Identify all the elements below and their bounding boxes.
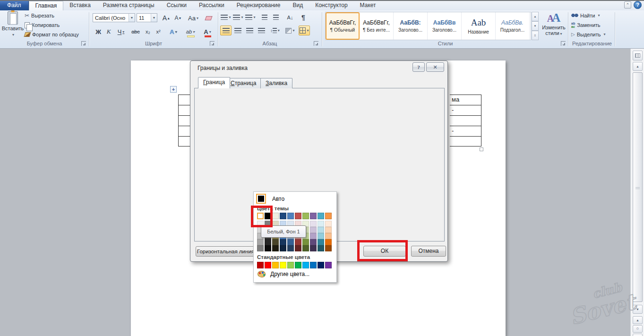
table-cell[interactable] bbox=[452, 137, 480, 147]
style-no-spacing[interactable]: АаБбВвГг,¶ Без инте... bbox=[360, 12, 394, 40]
color-swatch[interactable] bbox=[325, 245, 332, 251]
decrease-indent-button[interactable] bbox=[259, 12, 270, 22]
minimize-ribbon-button[interactable]: ⌃ bbox=[624, 1, 631, 9]
increase-indent-button[interactable] bbox=[270, 12, 282, 22]
table-cell[interactable]: - bbox=[452, 126, 480, 137]
color-swatch[interactable] bbox=[302, 262, 309, 268]
color-swatch[interactable] bbox=[257, 239, 264, 245]
style-title[interactable]: AabНазвание bbox=[462, 12, 496, 40]
style-heading1[interactable]: АаБбВ:Заголово... bbox=[394, 12, 428, 40]
document-table-left-fragment[interactable] bbox=[178, 95, 190, 146]
shading-button[interactable] bbox=[284, 26, 296, 35]
color-swatch[interactable] bbox=[302, 213, 309, 219]
justify-button[interactable] bbox=[256, 26, 267, 35]
more-colors-item[interactable]: Другие цвета... bbox=[258, 271, 309, 277]
color-swatch[interactable] bbox=[272, 239, 279, 245]
table-cell[interactable]: - bbox=[452, 105, 480, 116]
color-swatch[interactable] bbox=[318, 245, 324, 251]
font-color-button[interactable]: А bbox=[200, 26, 215, 37]
bullets-button[interactable] bbox=[220, 12, 232, 22]
font-size-combo[interactable]: 11 ▼ bbox=[137, 13, 157, 22]
table-resize-handle[interactable] bbox=[480, 147, 483, 151]
dialog-help-button[interactable]: ? bbox=[412, 62, 425, 72]
tab-references[interactable]: Ссылки bbox=[161, 1, 193, 10]
font-name-dropdown-arrow[interactable]: ▼ bbox=[129, 14, 135, 22]
color-swatch[interactable] bbox=[310, 233, 317, 239]
table-cell[interactable] bbox=[452, 116, 480, 126]
change-case-button[interactable]: Аа bbox=[186, 13, 200, 23]
color-swatch[interactable] bbox=[280, 239, 286, 245]
highlight-color-button[interactable]: ab bbox=[182, 26, 198, 37]
color-swatch[interactable] bbox=[310, 245, 317, 251]
color-swatch[interactable] bbox=[302, 245, 309, 251]
dialog-close-button[interactable]: ✕ bbox=[426, 62, 444, 72]
color-swatch[interactable] bbox=[280, 245, 286, 251]
color-swatch[interactable] bbox=[272, 262, 279, 268]
color-swatch[interactable] bbox=[265, 262, 271, 268]
clipboard-dialog-launcher[interactable] bbox=[81, 41, 86, 46]
color-swatch[interactable] bbox=[310, 221, 317, 227]
grow-font-button[interactable]: А▲ bbox=[161, 13, 172, 23]
replace-button[interactable]: abacЗаменить bbox=[571, 21, 601, 29]
color-swatch[interactable] bbox=[318, 233, 324, 239]
borders-button[interactable] bbox=[299, 26, 310, 35]
tab-table-layout[interactable]: Макет bbox=[354, 1, 382, 10]
align-right-button[interactable] bbox=[244, 26, 255, 35]
line-spacing-button[interactable]: ↕ bbox=[269, 26, 281, 35]
numbering-button[interactable] bbox=[232, 12, 244, 22]
color-swatch[interactable] bbox=[295, 262, 301, 268]
font-dialog-launcher[interactable] bbox=[210, 41, 215, 46]
style-normal[interactable]: АаБбВвГг,¶ Обычный bbox=[326, 12, 360, 40]
color-auto-item[interactable]: Авто bbox=[256, 194, 284, 204]
color-swatch[interactable] bbox=[295, 239, 301, 245]
style-subtitle[interactable]: АаБбВв.Подзагол... bbox=[496, 12, 530, 40]
color-swatch[interactable] bbox=[318, 239, 324, 245]
bold-button[interactable]: Ж bbox=[94, 26, 103, 37]
tab-insert[interactable]: Вставка bbox=[63, 1, 97, 10]
color-swatch[interactable] bbox=[272, 213, 279, 219]
paragraph-dialog-launcher[interactable] bbox=[314, 41, 318, 46]
format-painter-button[interactable]: Формат по образцу bbox=[25, 31, 79, 38]
font-name-combo[interactable]: Calibri (Осно ▼ bbox=[93, 13, 135, 22]
color-swatch[interactable] bbox=[310, 213, 317, 219]
tab-review[interactable]: Рецензирование bbox=[231, 1, 287, 10]
color-swatch[interactable] bbox=[295, 213, 301, 219]
tab-view[interactable]: Вид bbox=[286, 1, 309, 10]
copy-button[interactable]: Копировать bbox=[25, 21, 60, 29]
color-swatch[interactable] bbox=[325, 213, 332, 219]
scroll-thumb[interactable] bbox=[633, 72, 643, 302]
tab-table-design[interactable]: Конструктор bbox=[309, 1, 353, 10]
color-swatch[interactable] bbox=[287, 262, 294, 268]
color-swatch[interactable] bbox=[325, 262, 332, 268]
color-swatch[interactable] bbox=[318, 262, 324, 268]
shrink-font-button[interactable]: А▼ bbox=[173, 13, 183, 23]
table-move-handle[interactable]: + bbox=[170, 86, 177, 93]
font-size-dropdown-arrow[interactable]: ▼ bbox=[151, 14, 157, 22]
color-swatch[interactable] bbox=[318, 227, 324, 233]
help-button[interactable]: ? bbox=[634, 1, 642, 9]
clear-formatting-button[interactable] bbox=[203, 13, 214, 23]
color-swatch[interactable] bbox=[325, 227, 332, 233]
underline-button[interactable]: Ч bbox=[114, 26, 128, 37]
horizontal-line-button[interactable]: Горизонтальная линия bbox=[196, 246, 256, 257]
color-swatch[interactable] bbox=[265, 245, 271, 251]
ruler-toggle-button[interactable] bbox=[633, 51, 643, 60]
color-swatch[interactable] bbox=[272, 245, 279, 251]
subscript-button[interactable]: x₂ bbox=[143, 26, 153, 37]
select-button[interactable]: ▷Выделить bbox=[571, 30, 605, 38]
color-swatch[interactable] bbox=[318, 213, 324, 219]
styles-dialog-launcher[interactable] bbox=[561, 41, 566, 46]
color-swatch[interactable] bbox=[325, 239, 332, 245]
gallery-expand[interactable]: ≡ bbox=[532, 31, 539, 40]
color-swatch[interactable] bbox=[287, 239, 294, 245]
color-swatch[interactable] bbox=[310, 239, 317, 245]
gallery-scroll-down[interactable]: ▼ bbox=[532, 21, 539, 31]
color-swatch[interactable] bbox=[280, 213, 286, 219]
color-swatch[interactable] bbox=[325, 233, 332, 239]
dialog-tab-border[interactable]: ГГраницараница bbox=[198, 77, 230, 88]
dialog-tab-page[interactable]: Страница bbox=[225, 78, 261, 88]
color-swatch[interactable] bbox=[257, 245, 264, 251]
color-swatch[interactable] bbox=[265, 239, 271, 245]
strikethrough-button[interactable]: abc bbox=[129, 26, 142, 37]
next-page-button[interactable]: ▼ bbox=[633, 334, 643, 336]
